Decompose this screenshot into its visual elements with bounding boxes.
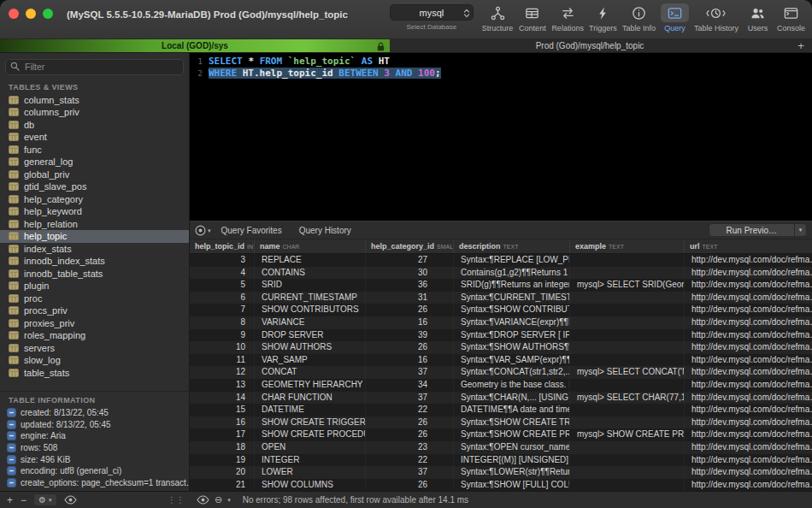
sidebar-item-innodb_index_stats[interactable]: innodb_index_stats xyxy=(0,255,189,268)
toolbar-item-label: Relations xyxy=(551,24,584,32)
table-row[interactable]: 13GEOMETRY HIERARCHY34Geometry is the ba… xyxy=(190,379,812,392)
filter-input[interactable] xyxy=(5,59,184,75)
toolbar-item-query[interactable]: Query xyxy=(661,3,689,32)
table-icon xyxy=(9,344,19,352)
info-text: updated: 8/13/22, 05:45 xyxy=(21,420,111,429)
cell: 9 xyxy=(190,329,255,342)
toolbar-item-structure[interactable]: Structure xyxy=(482,3,514,32)
sidebar-item-table_stats[interactable]: table_stats xyxy=(0,367,189,380)
connection-tab-label: Local (GOD)/sys xyxy=(162,41,228,50)
table-history-icon xyxy=(699,3,733,22)
remove-table-button[interactable]: − xyxy=(21,495,26,505)
table-row[interactable]: 6CURRENT_TIMESTAMP31Syntax:¶CURRENT_TIME… xyxy=(190,292,812,304)
table-row[interactable]: 8VARIANCE16Syntax:¶VARIANCE(expr)¶¶Retu…… xyxy=(190,316,812,329)
toolbar-item-relations[interactable]: Relations xyxy=(551,3,584,32)
cell xyxy=(570,292,685,304)
toolbar-item-triggers[interactable]: Triggers xyxy=(589,3,617,32)
query-favorites-button[interactable]: Query Favorites xyxy=(218,226,296,235)
table-row[interactable]: 4CONTAINS30Contains(g1,g2)¶¶Returns 1 or… xyxy=(190,267,812,280)
sidebar-item-help_keyword[interactable]: help_keyword xyxy=(0,205,189,218)
sidebar-item-roles_mapping[interactable]: roles_mapping xyxy=(0,329,189,342)
cell: 39 xyxy=(366,329,454,342)
table-name: gtid_slave_pos xyxy=(24,181,86,192)
table-row[interactable]: 9DROP SERVER39Syntax:¶DROP SERVER [ IF E… xyxy=(190,329,812,342)
sidebar-item-proxies_priv[interactable]: proxies_priv xyxy=(0,317,189,330)
cell: 14 xyxy=(190,392,255,405)
filter-console-icon[interactable]: ⊖ xyxy=(215,495,222,505)
database-selector-value: mysql xyxy=(419,8,444,18)
sidebar-item-servers[interactable]: servers xyxy=(0,342,189,355)
table-row[interactable]: 3REPLACE27Syntax:¶REPLACE [LOW_PRIORI…ht… xyxy=(190,254,812,267)
sidebar-item-help_topic[interactable]: help_topic xyxy=(0,230,189,243)
table-icon xyxy=(9,245,19,253)
table-row[interactable]: 7SHOW CONTRIBUTORS26Syntax:¶SHOW CONTRIB… xyxy=(190,304,812,316)
toolbar-item-table-info[interactable]: Table Info xyxy=(622,3,656,32)
table-row[interactable]: 12CONCAT37Syntax:¶CONCAT(str1,str2,...)¶… xyxy=(190,366,812,379)
sidebar-item-general_log[interactable]: general_log xyxy=(0,156,189,168)
table-row[interactable]: 18OPEN23Syntax:¶OPEN cursor_name¶¶…http:… xyxy=(190,441,812,454)
close-button[interactable] xyxy=(9,9,19,19)
cell: 37 xyxy=(366,466,454,479)
editor-options-icon[interactable]: ▾ xyxy=(195,225,211,236)
toolbar-item-users[interactable]: Users xyxy=(744,3,772,32)
column-header-help_category_id[interactable]: help_category_idSMALLINT xyxy=(366,239,454,253)
table-row[interactable]: 15DATETIME22DATETIME¶¶A date and time co… xyxy=(190,404,812,416)
chevron-down-icon[interactable]: ▾ xyxy=(227,497,231,503)
sidebar-item-innodb_table_stats[interactable]: innodb_table_stats xyxy=(0,268,189,281)
column-header-help_topic_id[interactable]: help_topic_idINT xyxy=(190,239,255,253)
add-table-button[interactable]: + xyxy=(7,495,13,505)
sidebar-resize-handle[interactable]: ⋮⋮ xyxy=(168,495,185,505)
cell: http://dev.mysql.com/doc/refma… xyxy=(685,354,812,367)
add-tab-button[interactable]: + xyxy=(790,39,812,52)
table-row[interactable]: 11VAR_SAMP16Syntax:¶VAR_SAMP(expr)¶¶Ret…… xyxy=(190,354,812,367)
column-header-description[interactable]: descriptionTEXT xyxy=(454,239,570,253)
table-actions-dropdown[interactable]: ⚙▾ xyxy=(34,494,56,505)
sql-editor[interactable]: 1SELECT * FROM `help_topic` AS HT2WHERE … xyxy=(190,53,812,221)
table-row[interactable]: 20LOWER37Syntax:¶LOWER(str)¶¶Returns t…h… xyxy=(190,466,812,479)
connection-tab[interactable]: Local (GOD)/sys xyxy=(0,39,390,52)
minimize-button[interactable] xyxy=(26,9,36,19)
sidebar-item-procs_priv[interactable]: procs_priv xyxy=(0,304,189,317)
sidebar-item-slow_log[interactable]: slow_log xyxy=(0,354,189,367)
column-header-name[interactable]: nameCHAR xyxy=(255,239,366,253)
run-previous-button[interactable]: Run Previo… xyxy=(709,223,794,237)
sidebar-item-db[interactable]: db xyxy=(0,119,189,132)
sidebar-item-gtid_slave_pos[interactable]: gtid_slave_pos xyxy=(0,180,189,193)
query-history-button[interactable]: Query History xyxy=(296,226,365,235)
table-row[interactable]: 14CHAR FUNCTION37Syntax:¶CHAR(N,... [USI… xyxy=(190,392,812,405)
cell: DATETIME xyxy=(255,404,366,416)
toolbar-item-table-history[interactable]: Table History xyxy=(694,3,738,32)
table-row[interactable]: 17SHOW CREATE PROCEDURE26Syntax:¶SHOW CR… xyxy=(190,428,812,441)
updown-chevrons-icon xyxy=(463,8,470,19)
zoom-button[interactable] xyxy=(43,9,53,19)
console-eye-icon[interactable] xyxy=(197,495,209,505)
active-query-tab[interactable]: Prod (God)/mysql/help_topic xyxy=(390,39,790,52)
eye-icon[interactable] xyxy=(64,495,77,505)
toolbar-item-content[interactable]: Content xyxy=(518,3,546,32)
column-header-url[interactable]: urlTEXT xyxy=(685,239,812,253)
sidebar-item-help_relation[interactable]: help_relation xyxy=(0,218,189,231)
sidebar-item-plugin[interactable]: plugin xyxy=(0,280,189,292)
cell: Contains(g1,g2)¶¶Returns 1 or 0… xyxy=(454,267,570,280)
sidebar-item-global_priv[interactable]: global_priv xyxy=(0,168,189,181)
table-row[interactable]: 19INTEGER22INTEGER[(M)] [UNSIGNED] [ZE…h… xyxy=(190,454,812,467)
relations-icon xyxy=(554,3,582,22)
cell: DROP SERVER xyxy=(255,329,366,342)
cell: http://dev.mysql.com/doc/refma… xyxy=(685,479,812,491)
sidebar-item-func[interactable]: func xyxy=(0,144,189,157)
table-row[interactable]: 10SHOW AUTHORS26Syntax:¶SHOW AUTHORS¶¶Th… xyxy=(190,341,812,354)
sidebar-item-proc[interactable]: proc xyxy=(0,292,189,305)
toolbar-item-console[interactable]: Console xyxy=(777,3,805,32)
sidebar-item-help_category[interactable]: help_category xyxy=(0,193,189,206)
sidebar-item-index_stats[interactable]: index_stats xyxy=(0,243,189,256)
cell: Syntax:¶SHOW AUTHORS¶¶Th… xyxy=(454,341,570,354)
column-header-example[interactable]: exampleTEXT xyxy=(570,239,685,253)
run-options-chevron[interactable]: ▾ xyxy=(794,223,807,237)
table-row[interactable]: 21SHOW COLUMNS26Syntax:¶SHOW [FULL] COLU… xyxy=(190,479,812,491)
database-selector[interactable]: mysql xyxy=(390,4,474,21)
sidebar-item-columns_priv[interactable]: columns_priv xyxy=(0,106,189,119)
table-row[interactable]: 5SRID36SRID(g)¶¶Returns an integer in…my… xyxy=(190,279,812,292)
sidebar-item-event[interactable]: event xyxy=(0,131,189,144)
table-row[interactable]: 16SHOW CREATE TRIGGER26Syntax:¶SHOW CREA… xyxy=(190,416,812,429)
sidebar-item-column_stats[interactable]: column_stats xyxy=(0,94,189,107)
